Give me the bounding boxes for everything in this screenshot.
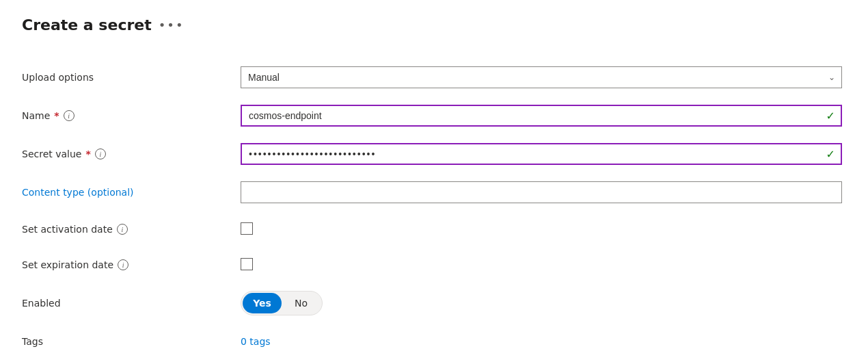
content-type-control xyxy=(241,181,842,203)
enabled-no-option[interactable]: No xyxy=(282,293,321,313)
name-valid-icon: ✓ xyxy=(826,109,835,122)
enabled-toggle[interactable]: Yes No xyxy=(241,291,323,315)
activation-date-row: Set activation date i xyxy=(22,211,842,247)
name-input[interactable] xyxy=(241,105,842,127)
expiration-date-info-icon[interactable]: i xyxy=(118,259,128,270)
expiration-date-control xyxy=(241,258,842,272)
expiration-date-row: Set expiration date i xyxy=(22,247,842,283)
page-header: Create a secret ••• xyxy=(22,16,846,34)
upload-options-select-wrapper: Manual Certificate JSON ⌄ xyxy=(241,66,842,88)
name-label: Name * i xyxy=(22,110,241,121)
secret-value-input-wrapper: ✓ xyxy=(241,143,842,165)
secret-value-control: ✓ xyxy=(241,143,842,165)
secret-value-input[interactable] xyxy=(241,143,842,165)
enabled-control: Yes No xyxy=(241,291,842,315)
upload-options-select[interactable]: Manual Certificate JSON xyxy=(241,66,842,88)
activation-date-control xyxy=(241,222,842,237)
more-options-icon[interactable]: ••• xyxy=(159,18,185,32)
enabled-label: Enabled xyxy=(22,298,241,309)
name-required-marker: * xyxy=(54,110,59,121)
page-title: Create a secret xyxy=(22,16,152,34)
content-type-input[interactable] xyxy=(241,181,842,203)
upload-options-control: Manual Certificate JSON ⌄ xyxy=(241,66,842,88)
secret-value-info-icon[interactable]: i xyxy=(95,148,106,159)
name-input-wrapper: ✓ xyxy=(241,105,842,127)
content-type-label: Content type (optional) xyxy=(22,187,241,198)
upload-options-row: Upload options Manual Certificate JSON ⌄ xyxy=(22,58,842,96)
content-type-row: Content type (optional) xyxy=(22,173,842,211)
tags-label: Tags xyxy=(22,336,241,347)
secret-value-required-marker: * xyxy=(85,148,90,159)
activation-date-label: Set activation date i xyxy=(22,224,241,235)
activation-date-info-icon[interactable]: i xyxy=(117,224,128,235)
upload-options-label: Upload options xyxy=(22,72,241,83)
enabled-row: Enabled Yes No xyxy=(22,283,842,324)
secret-value-row: Secret value * i ✓ xyxy=(22,135,842,173)
expiration-date-checkbox[interactable] xyxy=(241,258,253,270)
secret-value-label: Secret value * i xyxy=(22,148,241,159)
tags-control: 0 tags xyxy=(241,336,842,347)
enabled-yes-option[interactable]: Yes xyxy=(243,293,282,313)
name-info-icon[interactable]: i xyxy=(64,110,74,121)
expiration-date-label: Set expiration date i xyxy=(22,259,241,270)
secret-value-valid-icon: ✓ xyxy=(826,148,835,161)
tags-row: Tags 0 tags xyxy=(22,324,842,349)
name-row: Name * i ✓ xyxy=(22,96,842,135)
name-control: ✓ xyxy=(241,105,842,127)
create-secret-form: Upload options Manual Certificate JSON ⌄… xyxy=(22,58,842,349)
activation-date-checkbox[interactable] xyxy=(241,222,253,235)
tags-link[interactable]: 0 tags xyxy=(241,336,271,347)
